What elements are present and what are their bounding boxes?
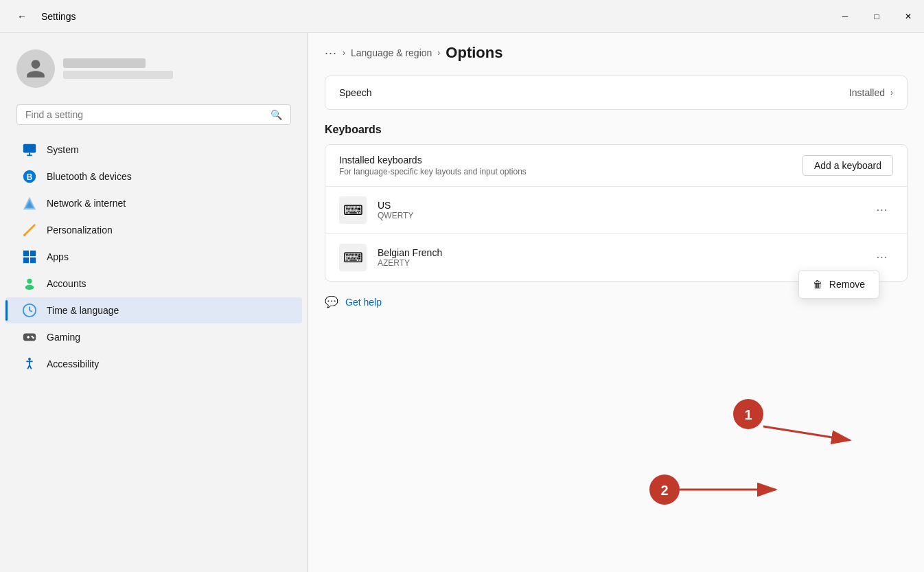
keyboard-icon-belgian: ⌨ [339,244,367,271]
add-keyboard-button[interactable]: Add a keyboard [802,155,893,176]
apps-icon [22,249,37,264]
sidebar-item-accessibility[interactable]: Accessibility [5,351,302,377]
keyboards-section-title: Keyboards [325,124,908,136]
personalization-icon [22,222,37,238]
speech-label: Speech [339,87,371,98]
installed-keyboards-sub: For language-specific key layouts and in… [339,167,527,176]
speech-status: Installed [849,87,885,98]
keyboard-item-us: ⌨ US QWERTY ··· [325,186,907,233]
titlebar: ← Settings ─ □ ✕ [0,0,924,33]
system-icon [22,142,37,157]
keyboard-belgian-info: Belgian French AZERTY [378,247,442,268]
sidebar-item-label-accessibility: Accessibility [47,358,99,369]
trash-icon: 🗑 [813,279,822,290]
sidebar-item-label-network: Network & internet [47,198,126,209]
speech-chevron: › [890,88,893,98]
user-name [63,58,146,68]
remove-menu-item[interactable]: 🗑 Remove [799,273,879,295]
search-box[interactable]: 🔍 [16,104,291,125]
minimize-button[interactable]: ─ [829,0,861,33]
sidebar-item-bluetooth[interactable]: B Bluetooth & devices [5,163,302,190]
svg-line-18 [30,310,32,312]
svg-rect-10 [23,251,29,256]
svg-point-14 [27,279,32,284]
sidebar-item-accounts[interactable]: Accounts [5,271,302,297]
svg-rect-13 [30,258,36,263]
user-section [0,44,308,99]
sidebar-item-time-language[interactable]: Time & language [5,297,302,323]
sidebar-item-label-personalization: Personalization [47,225,113,236]
svg-text:1: 1 [744,407,752,422]
sidebar-item-label-gaming: Gaming [47,332,80,343]
svg-text:2: 2 [660,483,668,498]
svg-point-9 [23,234,26,237]
svg-point-34 [649,474,680,505]
bluetooth-icon: B [22,169,37,184]
sidebar-item-label-apps: Apps [47,251,69,262]
sidebar-item-system[interactable]: System [5,137,302,163]
breadcrumb: ··· › Language & region › Options [325,33,908,76]
search-input[interactable] [25,109,265,120]
svg-rect-11 [30,251,36,256]
maximize-button[interactable]: □ [861,0,892,33]
speech-right: Installed › [849,87,893,98]
remove-label: Remove [829,279,865,290]
close-button[interactable]: ✕ [892,0,924,33]
keyboard-belgian-menu-button[interactable]: ··· [871,247,893,268]
sidebar-item-network[interactable]: Network & internet [5,190,302,216]
keyboard-header: Installed keyboards For language-specifi… [325,145,907,186]
keyboard-us-name: US [378,200,413,211]
breadcrumb-parent[interactable]: Language & region [351,47,432,58]
sidebar-item-personalization[interactable]: Personalization [5,217,302,243]
svg-point-29 [733,399,763,429]
gaming-icon [22,330,37,345]
svg-point-15 [25,285,34,290]
keyboard-item-belgian: ⌨ Belgian French AZERTY ··· 🗑 Remove [325,233,907,281]
keyboard-header-left: Installed keyboards For language-specifi… [339,155,527,176]
keyboards-card: Installed keyboards For language-specifi… [325,144,908,282]
sidebar-item-label-time-language: Time & language [47,305,119,316]
sidebar: 🔍 System B Bluetooth & devices Network &… [0,33,308,572]
window-controls: ─ □ ✕ [829,0,924,33]
sidebar-item-label-bluetooth: Bluetooth & devices [47,171,132,182]
user-info [63,58,173,79]
context-menu: 🗑 Remove [798,270,879,299]
breadcrumb-current: Options [446,44,503,62]
breadcrumb-dots[interactable]: ··· [325,46,337,60]
sidebar-item-label-system: System [47,144,79,155]
svg-point-24 [28,358,31,361]
keyboard-belgian-name: Belgian French [378,247,442,258]
avatar [16,49,55,88]
keyboard-us-info: US QWERTY [378,200,413,220]
speech-card[interactable]: Speech Installed › [325,76,908,110]
keyboard-item-us-left: ⌨ US QWERTY [339,196,413,224]
nav-list: System B Bluetooth & devices Network & i… [0,136,308,378]
app-title: Settings [41,11,76,22]
keyboard-us-layout: QWERTY [378,211,413,220]
svg-rect-12 [23,258,29,263]
sidebar-item-apps[interactable]: Apps [5,244,302,270]
sidebar-item-label-accounts: Accounts [47,278,86,289]
svg-line-31 [763,426,850,440]
svg-line-8 [25,225,35,236]
sidebar-item-gaming[interactable]: Gaming [5,324,302,350]
back-button[interactable]: ← [11,5,33,27]
breadcrumb-sep-2: › [437,48,440,58]
help-icon: 💬 [325,295,338,308]
svg-point-23 [32,337,34,339]
search-icon: 🔍 [270,109,282,120]
svg-line-28 [30,365,32,369]
svg-rect-0 [23,144,36,153]
keyboard-us-menu-button[interactable]: ··· [871,199,893,221]
get-help-label[interactable]: Get help [345,297,382,308]
installed-keyboards-title: Installed keyboards [339,155,527,165]
keyboard-icon-us: ⌨ [339,196,367,224]
keyboard-belgian-layout: AZERTY [378,258,442,268]
breadcrumb-sep-1: › [343,48,345,58]
time-language-icon [22,303,37,318]
svg-text:B: B [27,172,33,182]
accounts-icon [22,276,37,291]
network-icon [22,196,37,211]
user-email [63,71,173,79]
speech-row[interactable]: Speech Installed › [325,76,907,109]
